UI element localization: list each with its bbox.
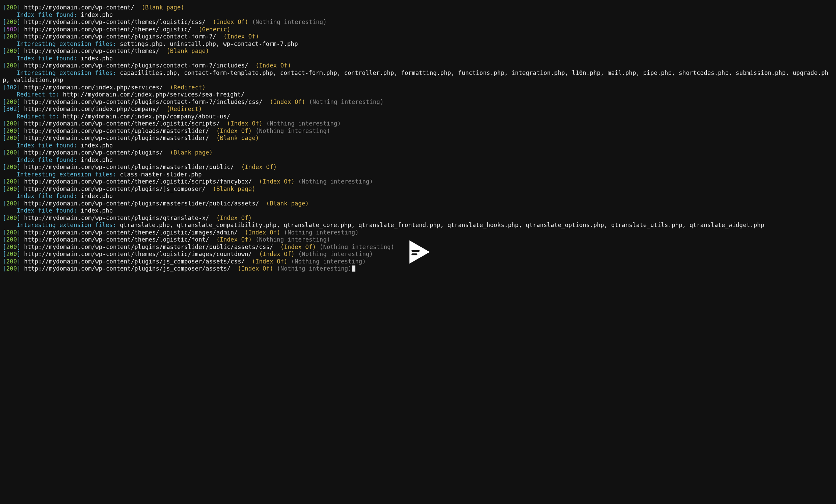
bracket-open: [ [3,33,6,40]
indent [3,55,17,62]
detail-label: Index file found: [17,193,77,199]
http-status-code: 200 [6,135,17,141]
http-status-code: 200 [6,149,17,156]
result-tag: (Index Of) [241,163,277,170]
scanned-url: http://mydomain.com/wp-content/uploads/m… [24,128,209,134]
bracket-close: ] [17,62,24,69]
detail-label: Interesting extension files: [17,40,116,47]
scan-result-row: [200] http://mydomain.com/wp-content/the… [3,251,833,258]
bracket-close: ] [17,26,24,33]
bracket-close: ] [17,244,24,250]
result-tag: (Blank page) [166,47,209,54]
result-tag: (Index Of) [259,178,294,185]
bracket-open: [ [3,215,6,221]
result-tag: (Nothing interesting) [298,178,373,185]
http-status-code: 200 [6,186,17,192]
scan-result-row: [200] http://mydomain.com/wp-content/plu… [3,265,833,273]
scan-result-row: [200] http://mydomain.com/wp-content/the… [3,178,833,186]
scan-detail-row: Index file found: index.php [3,12,833,19]
bracket-open: [ [3,105,6,112]
result-tag: (Generic) [198,26,230,33]
detail-value: index.php [81,157,113,163]
scan-result-row: [200] http://mydomain.com/wp-content/the… [3,19,833,26]
bracket-close: ] [17,135,24,141]
indent [3,113,17,120]
bracket-close: ] [17,33,24,40]
http-status-code: 200 [6,33,17,40]
result-tag: (Index Of) [259,251,294,257]
result-tag: (Index Of) [224,33,259,40]
result-tag: (Nothing interesting) [291,258,366,265]
scan-result-row: [200] http://mydomain.com/wp-content/plu… [3,258,833,266]
bracket-open: [ [3,229,6,236]
detail-label: Interesting extension files: [17,70,116,76]
scanned-url: http://mydomain.com/wp-content/plugins/c… [24,98,263,105]
indent [3,91,17,98]
bracket-close: ] [17,120,24,127]
terminal-output[interactable]: [200] http://mydomain.com/wp-content/ (B… [0,0,836,277]
result-tag: (Index Of) [213,19,248,25]
scanned-url: http://mydomain.com/wp-content/themes/lo… [24,229,238,236]
scan-detail-row: Interesting extension files: settings.ph… [3,40,833,48]
detail-label: Index file found: [17,157,77,163]
bracket-open: [ [3,47,6,54]
indent [3,171,17,178]
indent [3,70,17,77]
scan-detail-row: Redirect to: http://mydomain.com/index.p… [3,113,833,120]
indent [3,193,17,200]
bracket-open: [ [3,98,6,105]
result-tag: (Index Of) [252,258,287,265]
bracket-close: ] [17,47,24,54]
result-tag: (Index Of) [255,62,291,69]
detail-label: Index file found: [17,12,77,18]
bracket-open: [ [3,251,6,257]
scanned-url: http://mydomain.com/wp-content/themes/lo… [24,236,209,243]
http-status-code: 200 [6,265,17,272]
http-status-code: 200 [6,98,17,105]
bracket-close: ] [17,258,24,265]
detail-label: Redirect to: [17,113,59,120]
http-status-code: 200 [6,128,17,134]
bracket-open: [ [3,236,6,243]
indent [3,12,17,19]
scanned-url: http://mydomain.com/wp-content/plugins/m… [24,200,259,207]
scan-detail-row: Redirect to: http://mydomain.com/index.p… [3,91,833,98]
http-status-code: 200 [6,4,17,11]
bracket-open: [ [3,84,6,91]
scan-detail-row: Index file found: index.php [3,142,833,150]
result-tag: (Index Of) [216,128,252,134]
detail-label: Index file found: [17,207,77,214]
bracket-open: [ [3,120,6,127]
http-status-code: 302 [6,105,17,112]
http-status-code: 200 [6,244,17,250]
bracket-open: [ [3,163,6,170]
scan-result-row: [200] http://mydomain.com/wp-content/upl… [3,128,833,135]
scan-result-row: [200] http://mydomain.com/wp-content/plu… [3,98,833,106]
scanned-url: http://mydomain.com/wp-content/ [24,4,134,11]
scanned-url: http://mydomain.com/wp-content/plugins/j… [24,265,230,272]
bracket-open: [ [3,26,6,33]
http-status-code: 200 [6,258,17,265]
bracket-open: [ [3,265,6,272]
result-tag: (Blank page) [170,149,213,156]
detail-value: http://mydomain.com/index.php/services/s… [63,91,245,98]
scanned-url: http://mydomain.com/wp-content/themes/lo… [24,120,220,127]
scanned-url: http://mydomain.com/wp-content/plugins/j… [24,258,245,265]
bracket-close: ] [17,19,24,25]
result-tag: (Nothing interesting) [255,128,330,134]
bracket-close: ] [17,178,24,185]
result-tag: (Index Of) [238,265,273,272]
scan-result-row: [200] http://mydomain.com/wp-content/plu… [3,244,833,251]
bracket-open: [ [3,178,6,185]
bracket-close: ] [17,265,24,272]
scanned-url: http://mydomain.com/index.php/services/ [24,84,163,91]
scan-detail-row: Index file found: index.php [3,193,833,200]
scanned-url: http://mydomain.com/wp-content/themes/lo… [24,26,191,33]
bracket-open: [ [3,258,6,265]
indent [3,207,17,215]
scanned-url: http://mydomain.com/wp-content/themes/lo… [24,19,206,25]
bracket-open: [ [3,4,6,11]
scan-result-row: [200] http://mydomain.com/wp-content/plu… [3,163,833,171]
scanned-url: http://mydomain.com/index.php/company/ [24,105,159,112]
bracket-close: ] [17,98,24,105]
